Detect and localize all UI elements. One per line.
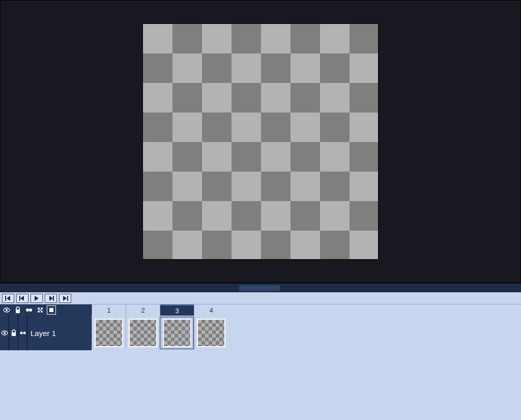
- layer-continuous-toggle[interactable]: [18, 316, 27, 350]
- frame-options-icon[interactable]: [47, 305, 56, 315]
- play-button[interactable]: [31, 294, 43, 303]
- eye-icon[interactable]: [2, 305, 11, 315]
- canvas[interactable]: [142, 23, 379, 260]
- frame-cell-3[interactable]: [160, 317, 194, 349]
- frame-header-1[interactable]: 1: [92, 304, 126, 316]
- canvas-area[interactable]: [0, 0, 521, 283]
- svg-marker-7: [63, 296, 67, 301]
- layer-row: Layer 1: [0, 316, 521, 350]
- last-frame-button[interactable]: [59, 294, 71, 303]
- frame-cell-4[interactable]: [194, 317, 228, 349]
- svg-point-10: [6, 309, 8, 311]
- svg-marker-2: [20, 296, 24, 301]
- frame-thumbnail: [197, 319, 225, 347]
- svg-rect-22: [12, 332, 16, 336]
- svg-marker-5: [49, 296, 53, 301]
- svg-point-24: [23, 332, 25, 334]
- frame-header-2[interactable]: 2: [126, 304, 160, 316]
- onion-skin-icon[interactable]: [24, 305, 34, 315]
- svg-marker-4: [35, 296, 39, 301]
- frame-cell-1[interactable]: [92, 317, 126, 349]
- timeline-empty-area[interactable]: [0, 350, 521, 420]
- layer-lock-toggle[interactable]: [9, 316, 18, 350]
- link-cels-icon[interactable]: [36, 305, 45, 315]
- frame-header-3[interactable]: 3: [160, 304, 194, 316]
- lock-icon[interactable]: [13, 305, 22, 315]
- previous-frame-button[interactable]: [16, 294, 28, 303]
- svg-rect-8: [67, 296, 68, 301]
- svg-rect-3: [19, 296, 20, 301]
- playback-controls: [0, 292, 521, 304]
- timeline-tool-strip: [0, 304, 92, 316]
- svg-point-12: [26, 309, 29, 312]
- frame-thumbnail: [95, 319, 123, 347]
- transparency-checker: [143, 24, 378, 259]
- layer-name-label[interactable]: Layer 1: [27, 329, 92, 338]
- svg-point-21: [4, 332, 6, 334]
- next-frame-button[interactable]: [45, 294, 57, 303]
- frame-thumbnail: [129, 319, 157, 347]
- frame-header-4[interactable]: 4: [194, 304, 228, 316]
- frames-strip: [92, 316, 521, 350]
- svg-point-13: [29, 309, 32, 312]
- scrollbar-thumb[interactable]: [239, 285, 280, 291]
- svg-rect-11: [16, 310, 20, 313]
- layer-visible-toggle[interactable]: [0, 316, 9, 350]
- layer-strip[interactable]: Layer 1: [0, 316, 92, 350]
- svg-point-23: [20, 332, 22, 334]
- svg-rect-6: [53, 296, 54, 301]
- frame-thumbnail: [163, 319, 191, 347]
- timeline-header: 1234: [0, 304, 521, 316]
- first-frame-button[interactable]: [2, 294, 14, 303]
- svg-marker-1: [7, 296, 10, 301]
- frame-headers: 1234: [92, 304, 521, 316]
- svg-rect-0: [5, 296, 6, 301]
- canvas-horizontal-scrollbar[interactable]: [0, 283, 521, 292]
- frame-cell-2[interactable]: [126, 317, 160, 349]
- app-root: 1234 Layer 1: [0, 0, 521, 420]
